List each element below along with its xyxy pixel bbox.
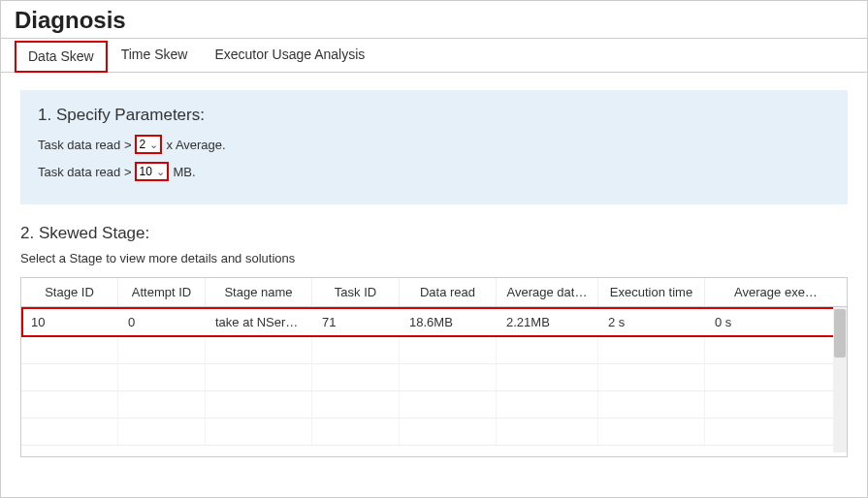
cell-stage-name: take at NSer… <box>208 309 314 335</box>
tab-executor-usage[interactable]: Executor Usage Analysis <box>201 39 378 72</box>
col-task-id[interactable]: Task ID <box>312 278 400 306</box>
cell-data-read: 18.6MB <box>402 309 498 335</box>
col-exec-time[interactable]: Execution time <box>598 278 705 306</box>
table-row <box>21 364 847 391</box>
tab-data-skew[interactable]: Data Skew <box>15 41 108 73</box>
col-avg-data[interactable]: Average dat… <box>497 278 598 306</box>
param-line-mb: Task data read > 10 MB. <box>38 162 830 181</box>
col-data-read[interactable]: Data read <box>400 278 497 306</box>
stage-sub: Select a Stage to view more details and … <box>20 251 848 265</box>
param1-suffix: x Average. <box>166 138 225 152</box>
param1-prefix: Task data read > <box>38 138 131 152</box>
table-body: 10 0 take at NSer… 71 18.6MB 2.21MB 2 s … <box>21 307 847 446</box>
param2-suffix: MB. <box>173 165 195 179</box>
vertical-scrollbar[interactable] <box>833 307 847 452</box>
col-stage-name[interactable]: Stage name <box>206 278 312 306</box>
page-header: Diagnosis <box>1 1 867 39</box>
tabs-bar: Data Skew Time Skew Executor Usage Analy… <box>1 39 867 73</box>
cell-exec-time: 2 s <box>600 309 707 335</box>
table-row <box>21 337 847 364</box>
cell-attempt-id: 0 <box>120 309 208 335</box>
table-row <box>21 419 847 446</box>
col-avg-exec[interactable]: Average exe… <box>705 278 847 306</box>
stage-table: Stage ID Attempt ID Stage name Task ID D… <box>20 277 848 457</box>
skewed-stage-panel: 2. Skewed Stage: Select a Stage to view … <box>20 224 848 457</box>
cell-task-id: 71 <box>314 309 402 335</box>
multiplier-select[interactable]: 2 <box>135 135 162 154</box>
cell-avg-exec: 0 s <box>707 309 845 335</box>
cell-avg-data: 2.21MB <box>498 309 600 335</box>
tab-time-skew[interactable]: Time Skew <box>108 39 202 72</box>
specify-parameters-panel: 1. Specify Parameters: Task data read > … <box>20 90 848 204</box>
page-title: Diagnosis <box>15 7 853 34</box>
cell-stage-id: 10 <box>23 309 120 335</box>
table-row <box>21 391 847 419</box>
param-line-multiplier: Task data read > 2 x Average. <box>38 135 830 154</box>
table-header-row: Stage ID Attempt ID Stage name Task ID D… <box>21 278 847 307</box>
scrollbar-thumb[interactable] <box>834 309 846 358</box>
content-area: 1. Specify Parameters: Task data read > … <box>1 73 867 475</box>
param2-prefix: Task data read > <box>38 165 131 179</box>
table-row[interactable]: 10 0 take at NSer… 71 18.6MB 2.21MB 2 s … <box>21 307 847 337</box>
stage-heading: 2. Skewed Stage: <box>20 224 848 243</box>
col-stage-id[interactable]: Stage ID <box>21 278 118 306</box>
mb-select[interactable]: 10 <box>135 162 169 181</box>
params-heading: 1. Specify Parameters: <box>38 106 830 125</box>
col-attempt-id[interactable]: Attempt ID <box>118 278 206 306</box>
